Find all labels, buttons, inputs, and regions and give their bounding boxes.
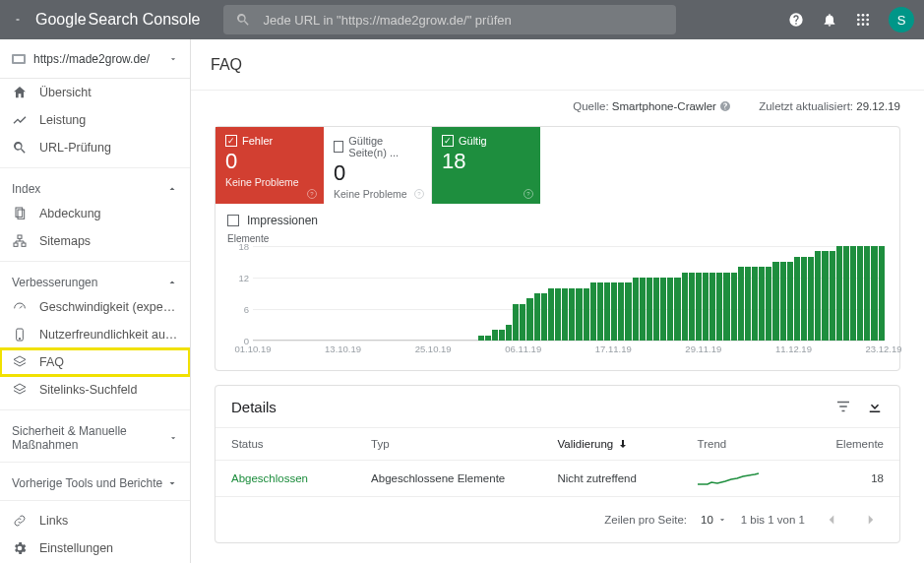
layers-icon [12,382,28,398]
sidebar-item-links[interactable]: Links [0,507,190,534]
svg-rect-12 [14,243,18,246]
sidebar-item-sitemaps[interactable]: Sitemaps [0,227,190,255]
account-avatar[interactable]: S [889,7,914,32]
chevron-down-icon [717,515,727,525]
details-card: Details Status Typ Validierung Trend Ele… [215,385,900,543]
main-content: FAQ Quelle: Smartphone-Crawler Zuletzt a… [191,39,924,563]
help-icon[interactable] [788,12,804,28]
checkbox-icon [442,135,454,147]
app-header: Google Search Console Jede URL in "https… [0,0,924,39]
sidebar: https://made2grow.de/ Übersicht Leistung… [0,39,191,563]
chevron-up-icon [166,183,178,195]
details-heading: Details [231,399,277,415]
svg-point-6 [857,23,860,26]
sidebar-section-legacy[interactable]: Vorherige Tools und Berichte [0,469,190,494]
mobile-icon [12,327,28,343]
svg-point-15 [19,338,20,339]
status-tile-error[interactable]: Fehler 0 Keine Probleme ? [216,127,324,204]
svg-rect-10 [18,210,25,219]
report-meta: Quelle: Smartphone-Crawler Zuletzt aktua… [191,91,924,112]
status-tile-valid[interactable]: Gültig 18 ? [432,127,540,204]
svg-point-8 [866,23,869,26]
sidebar-item-faq[interactable]: FAQ [0,348,190,376]
home-icon [12,85,28,100]
table-header: Status Typ Validierung Trend Elemente [216,427,899,460]
help-icon[interactable]: ? [413,188,425,200]
chart: Elemente 06121801.10.1913.10.1925.10.190… [216,231,899,370]
svg-rect-13 [22,243,26,246]
menu-icon[interactable] [10,12,26,28]
chevron-down-icon [166,477,178,489]
property-selector[interactable]: https://made2grow.de/ [0,39,190,79]
checkbox-icon [225,135,237,147]
sidebar-item-url-inspect[interactable]: URL-Prüfung [0,134,190,161]
search-icon [235,12,251,28]
trend-icon [12,112,28,128]
link-icon [12,513,28,529]
sidebar-item-speed[interactable]: Geschwindigkeit (experimentell) [0,293,190,321]
gauge-icon [12,299,28,315]
table-pager: Zeilen pro Seite: 10 1 bis 1 von 1 [216,496,899,542]
property-icon [12,54,26,64]
sort-validation[interactable]: Validierung [558,438,698,450]
sidebar-item-sitelinks[interactable]: Sitelinks-Suchfeld [0,376,190,404]
arrow-down-icon [617,438,629,450]
page-title: FAQ [191,39,924,91]
svg-point-0 [857,14,860,17]
checkbox-icon [227,215,239,226]
sidebar-item-overview[interactable]: Übersicht [0,79,190,106]
checkbox-icon [334,141,343,153]
overview-card: Fehler 0 Keine Probleme ? Gültige Seite(… [215,126,900,371]
product-logo: Google Search Console [35,11,200,29]
status-tile-valid-warn[interactable]: Gültige Seite(n) ... 0 Keine Probleme ? [324,127,432,204]
pager-prev[interactable] [819,507,844,532]
search-icon [12,140,28,156]
pager-next[interactable] [858,507,884,532]
sparkline-icon [698,470,761,486]
chevron-up-icon [166,277,178,288]
svg-rect-11 [18,235,22,238]
sidebar-item-settings[interactable]: Einstellungen [0,534,190,562]
apps-icon[interactable] [855,12,871,28]
sidebar-item-performance[interactable]: Leistung [0,106,190,134]
sidebar-section-security[interactable]: Sicherheit & Manuelle Maßnahmen [0,416,190,456]
svg-text:?: ? [310,191,314,197]
chevron-down-icon [168,54,178,64]
chevron-down-icon [168,432,178,444]
sidebar-section-index[interactable]: Index [0,174,190,200]
filter-icon[interactable] [834,398,852,415]
help-icon[interactable]: ? [523,188,534,200]
pages-icon [12,206,28,221]
svg-rect-9 [16,208,23,217]
layers-icon [12,354,28,370]
svg-point-7 [862,23,865,26]
impressions-toggle[interactable]: Impressionen [216,204,899,231]
svg-point-5 [866,19,869,22]
search-placeholder: Jede URL in "https://made2grow.de/" prüf… [263,13,511,28]
notifications-icon[interactable] [822,12,837,28]
download-icon[interactable] [866,398,884,415]
svg-point-2 [866,14,869,17]
table-row[interactable]: Abgeschlossen Abgeschlossene Elemente Ni… [216,460,899,496]
svg-point-3 [857,19,860,22]
sidebar-section-enhancements[interactable]: Verbesserungen [0,268,190,293]
svg-point-1 [862,14,865,17]
sidebar-item-coverage[interactable]: Abdeckung [0,200,190,227]
help-icon[interactable] [719,100,731,112]
url-inspect-search[interactable]: Jede URL in "https://made2grow.de/" prüf… [223,5,676,34]
rows-per-page-select[interactable]: 10 [701,514,727,526]
svg-text:?: ? [526,191,530,197]
gear-icon [12,540,28,556]
svg-point-4 [862,19,865,22]
help-icon[interactable]: ? [306,188,318,200]
sidebar-item-mobile-usability[interactable]: Nutzerfreundlichkeit auf Mobilgeräten [0,321,190,348]
svg-text:?: ? [417,191,421,197]
sitemap-icon [12,233,28,249]
